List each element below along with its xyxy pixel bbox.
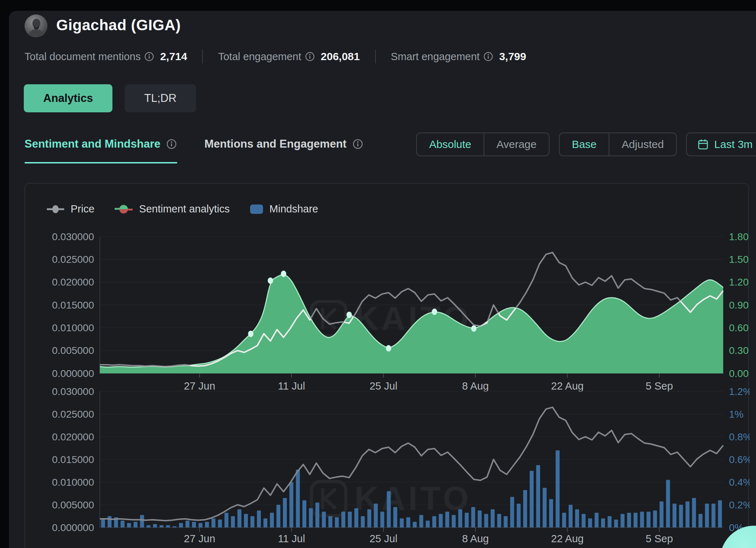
info-icon[interactable]	[352, 139, 363, 149]
svg-text:1.50: 1.50	[729, 254, 749, 265]
svg-text:0.005000: 0.005000	[52, 499, 94, 511]
subtab-label: Mentions and Engagement	[204, 138, 346, 151]
price-line-marker-icon	[47, 205, 64, 214]
stat-label: Total engagement	[218, 51, 301, 63]
svg-text:1.80: 1.80	[729, 231, 749, 242]
stat-label: Smart engagement	[391, 51, 480, 63]
svg-text:0.010000: 0.010000	[52, 322, 94, 333]
stat-total-document-mentions: Total document mentions 2,714	[25, 50, 187, 63]
svg-text:22 Aug: 22 Aug	[551, 533, 583, 544]
legend-price[interactable]: Price	[47, 203, 94, 215]
stat-value: 206,081	[321, 50, 360, 63]
svg-text:27 Jun: 27 Jun	[184, 533, 215, 544]
absolute-average-toggle: Absolute Average	[416, 132, 550, 156]
svg-text:0.8%: 0.8%	[729, 431, 750, 443]
date-range-label: Last 3m	[714, 138, 753, 151]
stat-value: 2,714	[160, 50, 187, 63]
divider	[202, 50, 203, 63]
main-tabs: Analytics TL;DR	[24, 84, 196, 112]
svg-text:0.90: 0.90	[729, 300, 749, 311]
chart-card: Price Sentiment analytics Mindshare	[25, 183, 749, 548]
chart-controls: Absolute Average Base Adjusted Last 3m	[416, 132, 756, 156]
legend-label: Mindshare	[270, 203, 318, 215]
svg-text:8 Aug: 8 Aug	[462, 533, 489, 544]
token-avatar	[25, 14, 48, 37]
chart-subtabs: Sentiment and Mindshare Mentions and Eng…	[25, 138, 363, 151]
svg-text:0.015000: 0.015000	[52, 300, 94, 311]
svg-text:1.20: 1.20	[729, 277, 749, 288]
stat-value: 3,799	[499, 50, 526, 63]
stat-smart-engagement: Smart engagement 3,799	[391, 50, 526, 63]
svg-text:0.010000: 0.010000	[52, 477, 94, 488]
stat-total-engagement: Total engagement 206,081	[218, 50, 360, 63]
divider	[375, 50, 376, 63]
main-panel: Gigachad (GIGA) Total document mentions …	[9, 11, 756, 548]
date-range-button[interactable]: Last 3m	[686, 132, 756, 156]
gigachad-avatar-image	[25, 14, 48, 37]
mindshare-swatch-icon	[250, 205, 263, 214]
info-icon[interactable]	[483, 51, 493, 62]
calendar-icon	[698, 139, 708, 150]
toggle-absolute[interactable]: Absolute	[417, 133, 484, 156]
svg-text:0.020000: 0.020000	[52, 431, 94, 443]
svg-text:25 Jul: 25 Jul	[369, 533, 397, 544]
svg-text:0.020000: 0.020000	[52, 277, 94, 288]
info-icon[interactable]	[144, 51, 154, 62]
svg-text:0.6%: 0.6%	[729, 454, 750, 465]
svg-text:0.025000: 0.025000	[52, 409, 94, 420]
svg-text:1%: 1%	[729, 409, 743, 420]
sentiment-marker-icon	[115, 204, 133, 215]
toggle-adjusted[interactable]: Adjusted	[609, 133, 676, 156]
svg-text:0.60: 0.60	[729, 322, 749, 333]
chart-legend: Price Sentiment analytics Mindshare	[47, 203, 318, 215]
svg-text:0.000000: 0.000000	[52, 522, 94, 533]
svg-text:0.015000: 0.015000	[52, 454, 94, 465]
info-icon[interactable]	[305, 51, 315, 62]
legend-sentiment-analytics[interactable]: Sentiment analytics	[115, 203, 230, 215]
legend-label: Sentiment analytics	[139, 203, 230, 215]
app-screen: Gigachad (GIGA) Total document mentions …	[0, 0, 756, 548]
svg-text:1.2%: 1.2%	[729, 386, 750, 397]
tab-analytics[interactable]: Analytics	[24, 84, 112, 112]
subtab-label: Sentiment and Mindshare	[25, 138, 160, 151]
stat-label: Total document mentions	[25, 51, 141, 63]
toggle-average[interactable]: Average	[484, 133, 549, 156]
svg-text:0.4%: 0.4%	[729, 477, 750, 488]
svg-text:11 Jul: 11 Jul	[278, 533, 305, 544]
legend-mindshare[interactable]: Mindshare	[250, 203, 318, 215]
sentiment-price-chart[interactable]: 0.0300001.800.0250001.500.0200001.200.01…	[25, 223, 750, 403]
svg-text:0.2%: 0.2%	[729, 499, 750, 511]
page-title: Gigachad (GIGA)	[56, 17, 181, 34]
subtab-mentions-and-engagement[interactable]: Mentions and Engagement	[204, 138, 363, 151]
mindshare-price-chart[interactable]: 0.0300001.2%0.0250001%0.0200000.8%0.0150…	[25, 378, 750, 548]
svg-text:0.005000: 0.005000	[52, 345, 94, 356]
svg-text:0.030000: 0.030000	[52, 386, 94, 397]
stats-row: Total document mentions 2,714 Total enga…	[25, 48, 526, 65]
subtab-sentiment-and-mindshare[interactable]: Sentiment and Mindshare	[25, 138, 177, 151]
info-icon[interactable]	[166, 139, 177, 149]
svg-text:0.030000: 0.030000	[52, 231, 94, 242]
legend-label: Price	[71, 203, 94, 215]
svg-text:5 Sep: 5 Sep	[646, 533, 673, 544]
svg-text:0.00: 0.00	[729, 368, 749, 379]
svg-text:0.025000: 0.025000	[52, 254, 94, 265]
toggle-base[interactable]: Base	[560, 133, 609, 156]
tab-tldr[interactable]: TL;DR	[125, 84, 196, 112]
svg-text:0.30: 0.30	[729, 345, 749, 356]
svg-text:0.000000: 0.000000	[52, 368, 94, 379]
active-subtab-underline	[25, 162, 177, 163]
base-adjusted-toggle: Base Adjusted	[559, 132, 677, 156]
